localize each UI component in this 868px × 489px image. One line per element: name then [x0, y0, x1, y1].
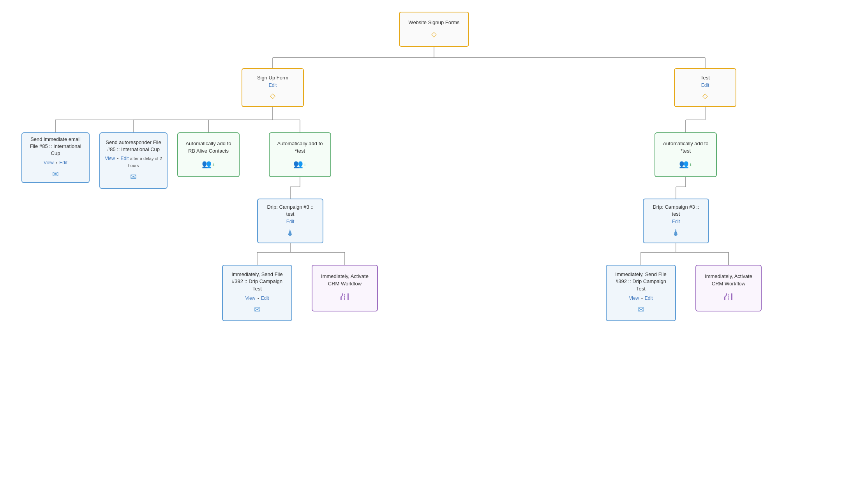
- drip-campaign1-title: Drip: Campaign #3 :: test: [263, 204, 318, 218]
- drip-campaign2-title: Drip: Campaign #3 :: test: [648, 204, 704, 218]
- workflow-icon-2: ⛙: [724, 291, 733, 303]
- send-autoresponder-extra: after a delay of 2 hours: [128, 156, 162, 168]
- node-send-file-392a: Immediately, Send File #392 :: Drip Camp…: [222, 265, 292, 321]
- node-send-immediate: Send immediate email File #85 :: Interna…: [21, 132, 90, 183]
- signup-form-edit-link[interactable]: Edit: [269, 82, 277, 89]
- send-autoresponder-view-link[interactable]: View: [105, 156, 115, 161]
- auto-add-test1-title: Automatically add to *test: [274, 140, 326, 154]
- drip-campaign1-edit-link[interactable]: Edit: [286, 218, 295, 225]
- send-autoresponder-edit-link[interactable]: Edit: [121, 156, 129, 161]
- layers-icon-test: ◇: [702, 91, 708, 101]
- node-auto-add-rb: Automatically add to RB Alive Contacts 👥…: [177, 132, 240, 177]
- dot-3: •: [258, 296, 260, 301]
- node-send-autoresponder: Send autoresponder File #85 :: Internati…: [99, 132, 168, 189]
- send-autoresponder-title: Send autoresponder File #85 :: Internati…: [105, 139, 162, 153]
- node-auto-add-test2: Automatically add to *test 👥+: [655, 132, 717, 177]
- node-activate-crm1: Immediately, Activate CRM Workflow ⛙: [312, 265, 378, 311]
- node-signup-form: Sign Up Form Edit ◇: [242, 68, 304, 107]
- drip-icon-2: 🌢: [672, 227, 680, 238]
- drip-campaign2-edit-link[interactable]: Edit: [672, 218, 680, 225]
- send-immediate-title: Send immediate email File #85 :: Interna…: [27, 136, 84, 157]
- test-title: Test: [700, 74, 710, 81]
- root-title: Website Signup Forms: [408, 19, 459, 26]
- node-send-file-392b: Immediately, Send File #392 :: Drip Camp…: [606, 265, 676, 321]
- email-icon-4: ✉: [638, 304, 644, 315]
- dot-2: •: [117, 156, 120, 161]
- connector-lines: [0, 0, 868, 489]
- drip-icon-1: 🌢: [286, 227, 294, 238]
- send-file-392a-view-link[interactable]: View: [245, 296, 255, 301]
- email-icon-2: ✉: [130, 171, 137, 182]
- dot-4: •: [641, 296, 644, 301]
- activate-crm1-title: Immediately, Activate CRM Workflow: [317, 273, 372, 287]
- node-auto-add-test1: Automatically add to *test 👥+: [269, 132, 331, 177]
- email-icon-3: ✉: [254, 304, 261, 315]
- node-drip-campaign1: Drip: Campaign #3 :: test Edit 🌢: [257, 199, 323, 243]
- node-drip-campaign2: Drip: Campaign #3 :: test Edit 🌢: [643, 199, 709, 243]
- add-contact-icon-1: 👥+: [202, 158, 215, 169]
- node-root: Website Signup Forms ◇: [399, 12, 469, 47]
- signup-form-title: Sign Up Form: [257, 74, 288, 81]
- auto-add-rb-title: Automatically add to RB Alive Contacts: [183, 140, 234, 154]
- test-edit-link[interactable]: Edit: [701, 82, 709, 89]
- add-contact-icon-2: 👥+: [293, 158, 306, 169]
- send-file-392b-title: Immediately, Send File #392 :: Drip Camp…: [611, 271, 670, 292]
- send-immediate-edit-link[interactable]: Edit: [59, 160, 67, 165]
- send-immediate-view-link[interactable]: View: [44, 160, 54, 165]
- send-file-392b-edit-link[interactable]: Edit: [645, 296, 653, 301]
- email-icon-1: ✉: [52, 169, 59, 179]
- layers-icon-signup: ◇: [270, 91, 275, 101]
- auto-add-test2-title: Automatically add to *test: [660, 140, 711, 154]
- send-file-392a-edit-link[interactable]: Edit: [261, 296, 269, 301]
- tree-container: Website Signup Forms ◇ Sign Up Form Edit…: [0, 0, 868, 489]
- send-file-392b-view-link[interactable]: View: [629, 296, 639, 301]
- layers-icon-root: ◇: [431, 30, 437, 39]
- activate-crm2-title: Immediately, Activate CRM Workflow: [701, 273, 756, 287]
- node-test: Test Edit ◇: [674, 68, 736, 107]
- dot-1: •: [56, 160, 58, 165]
- node-activate-crm2: Immediately, Activate CRM Workflow ⛙: [695, 265, 762, 311]
- send-file-392a-title: Immediately, Send File #392 :: Drip Camp…: [228, 271, 287, 292]
- add-contact-icon-3: 👥+: [679, 158, 692, 169]
- workflow-icon-1: ⛙: [340, 291, 349, 303]
